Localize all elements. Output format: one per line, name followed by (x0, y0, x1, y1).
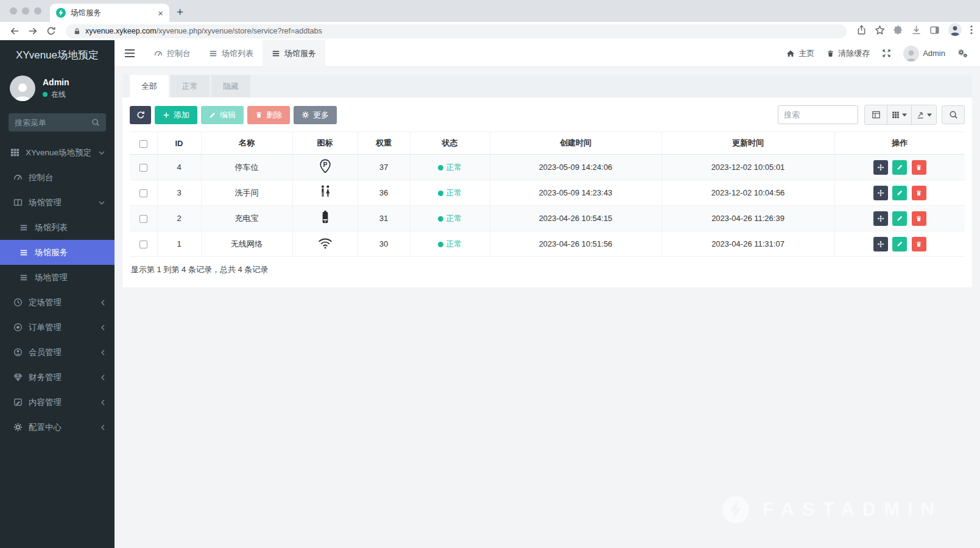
table-row[interactable]: 4 停车位 P 37 正常 2023-05-09 14:24:06 2023-1… (130, 155, 965, 180)
cell-name: 洗手间 (201, 180, 292, 206)
header-icon[interactable]: 图标 (292, 132, 358, 155)
sidebar-toggle-icon[interactable] (115, 49, 145, 58)
settings-gears-icon[interactable] (957, 49, 968, 58)
forward-icon[interactable] (26, 24, 40, 38)
header-status[interactable]: 状态 (410, 132, 490, 155)
refresh-button[interactable] (130, 106, 151, 124)
sidebar-item-order-mgmt[interactable]: 订单管理 (0, 315, 115, 340)
detail-view-button[interactable] (865, 105, 887, 124)
cell-id: 3 (157, 180, 201, 206)
back-icon[interactable] (7, 24, 22, 38)
extensions-puzzle-icon[interactable] (893, 25, 903, 38)
sidebar-item-venue-service[interactable]: 场馆服务 (0, 240, 115, 265)
edit-row-button[interactable] (892, 186, 907, 200)
status-dot-icon (438, 216, 443, 222)
clock-icon (13, 298, 23, 307)
home-link[interactable]: 主页 (786, 48, 814, 59)
edit-row-button[interactable] (892, 237, 907, 251)
search-toggle-button[interactable] (942, 105, 965, 124)
drag-sort-button[interactable] (873, 211, 888, 226)
sidebar-item-field-mgmt[interactable]: 场地管理 (0, 265, 115, 290)
add-button[interactable]: 添加 (155, 106, 197, 124)
side-panel-icon[interactable] (929, 25, 940, 38)
window-minimize-button[interactable] (22, 7, 29, 15)
delete-row-button[interactable] (912, 211, 926, 226)
cell-actions (834, 206, 965, 231)
menu-search-input[interactable] (15, 118, 91, 127)
tab-close-icon[interactable]: × (158, 9, 163, 18)
more-button[interactable]: 更多 (294, 106, 337, 124)
export-dropdown-button[interactable] (912, 105, 936, 124)
topbar-tab-dashboard[interactable]: 控制台 (145, 40, 200, 67)
topbar-tab-venue-list[interactable]: 场馆列表 (200, 40, 263, 67)
sidebar-item-content-mgmt[interactable]: 内容管理 (0, 390, 115, 415)
fullscreen-icon[interactable] (882, 49, 891, 58)
view-button-group (864, 105, 937, 125)
drag-sort-button[interactable] (873, 237, 888, 251)
edit-button[interactable]: 编辑 (201, 106, 244, 124)
filter-tab-hidden[interactable]: 隐藏 (211, 75, 250, 97)
cell-id: 1 (157, 231, 201, 257)
sidebar-item-venue-mgmt[interactable]: 场馆管理 (0, 190, 115, 215)
drag-sort-button[interactable] (873, 186, 888, 200)
menu-search-box[interactable] (9, 113, 106, 132)
list-icon (19, 248, 29, 257)
table-row[interactable]: 2 充电宝 31 正常 2023-04-26 10:54:15 2023-04-… (130, 206, 965, 231)
row-checkbox[interactable] (139, 241, 147, 248)
address-bar[interactable]: xyvenue.xykeep.com/xyvenue.php/xyvenue/s… (66, 24, 847, 38)
header-created[interactable]: 创建时间 (490, 132, 661, 155)
window-close-button[interactable] (10, 7, 17, 15)
delete-row-button[interactable] (912, 186, 926, 200)
header-actions: 操作 (834, 132, 965, 155)
table-search-input[interactable] (778, 105, 858, 124)
row-checkbox[interactable] (139, 189, 147, 197)
gear-icon (13, 423, 23, 432)
window-controls[interactable] (0, 7, 50, 15)
drag-sort-button[interactable] (873, 160, 888, 175)
delete-button[interactable]: 删除 (247, 106, 290, 124)
download-icon[interactable] (911, 25, 922, 38)
edit-row-button[interactable] (892, 211, 907, 226)
list-icon (19, 223, 29, 232)
browser-menu-icon[interactable] (970, 25, 973, 37)
clear-cache-link[interactable]: 清除缓存 (827, 48, 870, 59)
bookmark-star-icon[interactable] (875, 25, 885, 38)
header-name[interactable]: 名称 (201, 132, 292, 155)
table-row[interactable]: 1 无线网络 30 正常 2023-04-26 10:51:56 2023-04… (130, 231, 965, 257)
browser-tab[interactable]: 场馆服务 × (50, 4, 169, 22)
new-tab-button[interactable]: + (169, 5, 192, 22)
edit-square-icon (13, 398, 23, 407)
chevron-left-icon (101, 350, 105, 356)
select-all-checkbox[interactable] (139, 140, 147, 148)
admin-user-menu[interactable]: Admin (903, 46, 945, 61)
filter-tab-normal[interactable]: 正常 (171, 75, 210, 97)
row-checkbox[interactable] (139, 215, 147, 223)
user-panel: Admin 在线 (0, 71, 115, 108)
delete-row-button[interactable] (912, 237, 926, 251)
reload-icon[interactable] (44, 24, 58, 38)
sidebar-item-venue-list[interactable]: 场馆列表 (0, 215, 115, 240)
share-icon[interactable] (856, 25, 867, 38)
sidebar-item-booking-mgmt[interactable]: 定场管理 (0, 290, 115, 315)
sidebar-item-dashboard[interactable]: 控制台 (0, 165, 115, 190)
header-weight[interactable]: 权重 (358, 132, 410, 155)
columns-dropdown-button[interactable] (887, 105, 912, 124)
sidebar-item-finance-mgmt[interactable]: 财务管理 (0, 365, 115, 390)
filter-tab-all[interactable]: 全部 (130, 75, 169, 97)
row-checkbox[interactable] (139, 164, 147, 172)
edit-row-button[interactable] (892, 160, 907, 175)
table-row[interactable]: 3 洗手间 36 正常 2023-05-09 14:23:43 2023-12-… (130, 180, 965, 206)
window-zoom-button[interactable] (34, 7, 41, 15)
chevron-left-icon (101, 300, 105, 306)
sidebar-item-member-mgmt[interactable]: 会员管理 (0, 340, 115, 365)
delete-row-button[interactable] (912, 160, 926, 175)
chevron-down-icon (99, 151, 105, 155)
sidebar-item-config-center[interactable]: 配置中心 (0, 415, 115, 440)
sidebar-item-root[interactable]: XYvenue场地预定 (0, 140, 115, 165)
header-id[interactable]: ID (157, 132, 201, 155)
header-updated[interactable]: 更新时间 (661, 132, 834, 155)
cell-status: 正常 (410, 155, 490, 180)
topbar-tab-venue-service[interactable]: 场馆服务 (263, 40, 325, 67)
profile-avatar[interactable] (948, 23, 962, 40)
chevron-left-icon (101, 399, 105, 406)
